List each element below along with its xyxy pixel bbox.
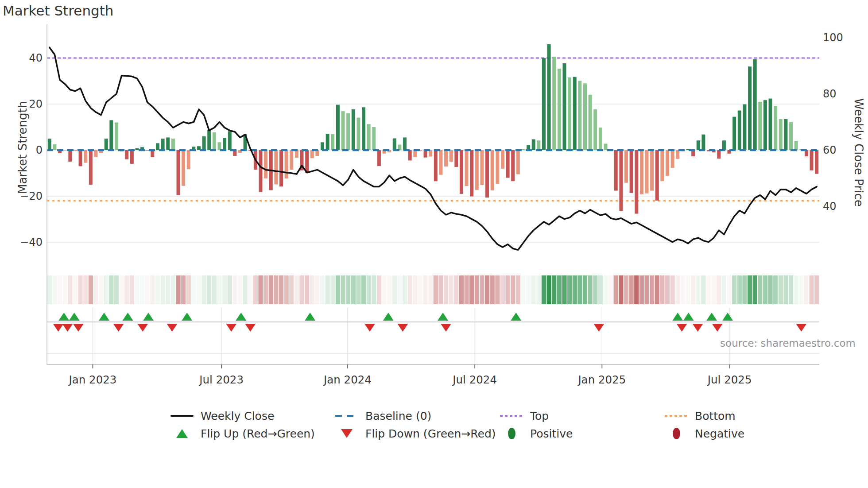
market-strength-chart: 40200−20−40100806040Jan 2023Jul 2023Jan … xyxy=(0,0,868,488)
svg-text:60: 60 xyxy=(823,144,837,156)
svg-text:40: 40 xyxy=(823,200,837,213)
svg-text:20: 20 xyxy=(29,98,43,110)
legend-label: Weekly Close xyxy=(201,410,274,422)
svg-text:Jan 2025: Jan 2025 xyxy=(577,373,626,386)
svg-text:100: 100 xyxy=(823,31,843,44)
legend-bottom: Bottom xyxy=(664,408,736,423)
bottom-dotted-line-icon xyxy=(664,415,689,417)
svg-text:40: 40 xyxy=(29,52,43,64)
flip-down-triangle-icon xyxy=(334,429,359,438)
svg-text:0: 0 xyxy=(36,144,43,156)
plot-canvas: 40200−20−40100806040Jan 2023Jul 2023Jan … xyxy=(0,0,868,488)
source-attribution: source: sharemaestro.com xyxy=(720,337,856,349)
legend-label: Baseline (0) xyxy=(365,410,431,422)
svg-text:Jul 2025: Jul 2025 xyxy=(707,373,752,386)
svg-text:Jan 2024: Jan 2024 xyxy=(323,373,372,386)
left-axis-label: Market Strength xyxy=(16,101,29,194)
legend-label: Bottom xyxy=(695,410,736,422)
legend-positive: Positive xyxy=(499,426,573,441)
legend-label: Top xyxy=(530,410,549,422)
negative-dot-icon xyxy=(664,428,689,439)
legend-top: Top xyxy=(499,408,549,423)
legend-baseline: Baseline (0) xyxy=(334,408,431,423)
flip-up-triangle-icon xyxy=(170,429,194,438)
right-axis-label: Weekly Close Price xyxy=(852,98,865,207)
legend-label: Flip Down (Green→Red) xyxy=(365,427,496,440)
legend-flip-down: Flip Down (Green→Red) xyxy=(334,426,496,441)
svg-text:Jul 2024: Jul 2024 xyxy=(452,373,497,386)
weekly-close-line-icon xyxy=(170,415,194,417)
svg-text:Jul 2023: Jul 2023 xyxy=(198,373,244,386)
positive-dot-icon xyxy=(499,428,524,439)
page-title: Market Strength xyxy=(3,3,114,19)
legend-negative: Negative xyxy=(664,426,744,441)
top-dotted-line-icon xyxy=(499,415,524,417)
legend-label: Positive xyxy=(530,427,573,440)
legend-label: Negative xyxy=(695,427,744,440)
legend-weekly-close: Weekly Close xyxy=(170,408,274,423)
baseline-dash-icon xyxy=(334,415,359,417)
svg-text:80: 80 xyxy=(823,88,837,100)
legend-flip-up: Flip Up (Red→Green) xyxy=(170,426,315,441)
svg-text:−40: −40 xyxy=(20,236,43,248)
legend-label: Flip Up (Red→Green) xyxy=(201,427,315,440)
svg-text:Jan 2023: Jan 2023 xyxy=(68,373,117,386)
